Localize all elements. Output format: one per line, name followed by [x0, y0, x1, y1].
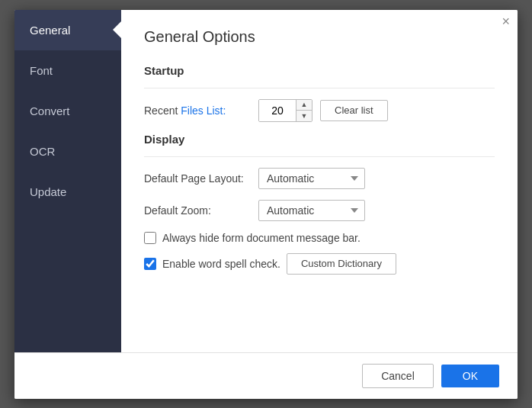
sidebar-item-label: OCR	[30, 145, 55, 158]
cancel-button[interactable]: Cancel	[362, 364, 434, 388]
main-content: General Options Startup Recent Files Lis…	[121, 10, 518, 352]
recent-files-input[interactable]: 20	[259, 100, 296, 121]
zoom-select[interactable]: Automatic 50% 75% 100% 125% 150%	[258, 200, 365, 221]
page-title: General Options	[144, 28, 495, 46]
recent-files-label: Recent Files List:	[144, 104, 251, 117]
sidebar-item-ocr[interactable]: OCR	[14, 131, 121, 172]
clear-list-button[interactable]: Clear list	[320, 100, 388, 121]
sidebar-item-label: General	[30, 24, 70, 37]
spinner-buttons: ▲ ▼	[296, 100, 312, 121]
spell-check-row: Enable word spell check. Custom Dictiona…	[144, 253, 495, 275]
page-layout-row: Default Page Layout: Automatic Single Pa…	[144, 168, 495, 189]
sidebar: General Font Convert OCR Update	[14, 10, 121, 352]
startup-section-title: Startup	[144, 64, 495, 77]
display-divider	[144, 156, 495, 157]
dialog-footer: Cancel OK	[14, 352, 518, 399]
page-layout-label: Default Page Layout:	[144, 172, 251, 185]
zoom-label: Default Zoom:	[144, 204, 251, 217]
sidebar-item-convert[interactable]: Convert	[14, 91, 121, 131]
sidebar-item-label: Update	[30, 185, 66, 198]
sidebar-item-label: Font	[30, 64, 53, 77]
dialog: × General Font Convert OCR Update Genera…	[14, 10, 518, 399]
custom-dictionary-button[interactable]: Custom Dictionary	[287, 253, 396, 275]
spinner-up-button[interactable]: ▲	[296, 100, 312, 111]
startup-divider	[144, 88, 495, 88]
zoom-row: Default Zoom: Automatic 50% 75% 100% 125…	[144, 200, 495, 221]
hide-form-bar-row: Always hide form document message bar.	[144, 232, 495, 244]
recent-files-highlight: Files List:	[181, 104, 226, 117]
spell-check-label[interactable]: Enable word spell check.	[162, 258, 280, 270]
sidebar-item-update[interactable]: Update	[14, 172, 121, 212]
dialog-top: General Font Convert OCR Update General …	[14, 10, 518, 352]
hide-form-bar-checkbox[interactable]	[144, 232, 156, 244]
display-section-title: Display	[144, 133, 495, 146]
sidebar-item-font[interactable]: Font	[14, 50, 121, 91]
close-button[interactable]: ×	[502, 14, 510, 28]
sidebar-item-general[interactable]: General	[14, 10, 121, 50]
sidebar-item-label: Convert	[30, 104, 70, 117]
ok-button[interactable]: OK	[441, 365, 499, 387]
page-layout-select[interactable]: Automatic Single Page Two Pages Continuo…	[258, 168, 365, 189]
recent-files-spinner: 20 ▲ ▼	[258, 99, 312, 122]
spinner-down-button[interactable]: ▼	[296, 111, 312, 121]
hide-form-bar-label[interactable]: Always hide form document message bar.	[162, 232, 361, 244]
spell-check-checkbox[interactable]	[144, 258, 156, 270]
recent-files-row: Recent Files List: 20 ▲ ▼ Clear list	[144, 99, 495, 122]
